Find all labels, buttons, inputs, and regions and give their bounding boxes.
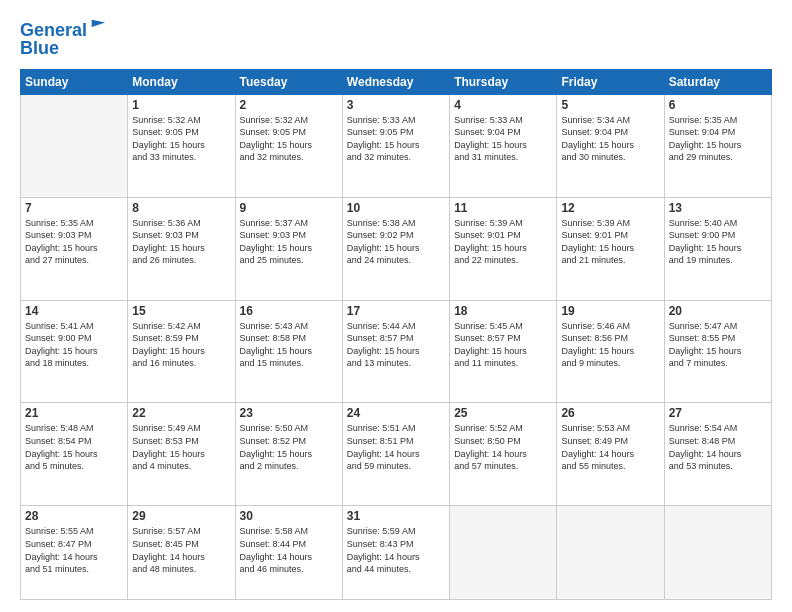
logo-flag-icon	[89, 18, 107, 36]
calendar-cell: 15Sunrise: 5:42 AM Sunset: 8:59 PM Dayli…	[128, 300, 235, 403]
day-info: Sunrise: 5:32 AM Sunset: 9:05 PM Dayligh…	[240, 114, 338, 164]
day-info: Sunrise: 5:35 AM Sunset: 9:04 PM Dayligh…	[669, 114, 767, 164]
calendar-cell: 24Sunrise: 5:51 AM Sunset: 8:51 PM Dayli…	[342, 403, 449, 506]
weekday-header-tuesday: Tuesday	[235, 69, 342, 94]
weekday-header-friday: Friday	[557, 69, 664, 94]
calendar-cell: 4Sunrise: 5:33 AM Sunset: 9:04 PM Daylig…	[450, 94, 557, 197]
day-info: Sunrise: 5:33 AM Sunset: 9:04 PM Dayligh…	[454, 114, 552, 164]
day-number: 30	[240, 509, 338, 523]
calendar-cell: 6Sunrise: 5:35 AM Sunset: 9:04 PM Daylig…	[664, 94, 771, 197]
day-number: 13	[669, 201, 767, 215]
day-number: 18	[454, 304, 552, 318]
day-info: Sunrise: 5:50 AM Sunset: 8:52 PM Dayligh…	[240, 422, 338, 472]
day-number: 24	[347, 406, 445, 420]
day-number: 1	[132, 98, 230, 112]
day-info: Sunrise: 5:43 AM Sunset: 8:58 PM Dayligh…	[240, 320, 338, 370]
weekday-header-monday: Monday	[128, 69, 235, 94]
day-info: Sunrise: 5:38 AM Sunset: 9:02 PM Dayligh…	[347, 217, 445, 267]
calendar-cell: 23Sunrise: 5:50 AM Sunset: 8:52 PM Dayli…	[235, 403, 342, 506]
page: General Blue SundayMondayTuesdayWednesda…	[0, 0, 792, 612]
calendar-cell: 5Sunrise: 5:34 AM Sunset: 9:04 PM Daylig…	[557, 94, 664, 197]
calendar-cell: 11Sunrise: 5:39 AM Sunset: 9:01 PM Dayli…	[450, 197, 557, 300]
day-info: Sunrise: 5:42 AM Sunset: 8:59 PM Dayligh…	[132, 320, 230, 370]
day-number: 19	[561, 304, 659, 318]
calendar-cell: 10Sunrise: 5:38 AM Sunset: 9:02 PM Dayli…	[342, 197, 449, 300]
calendar-cell: 22Sunrise: 5:49 AM Sunset: 8:53 PM Dayli…	[128, 403, 235, 506]
day-number: 11	[454, 201, 552, 215]
day-info: Sunrise: 5:59 AM Sunset: 8:43 PM Dayligh…	[347, 525, 445, 575]
day-number: 8	[132, 201, 230, 215]
calendar-cell: 19Sunrise: 5:46 AM Sunset: 8:56 PM Dayli…	[557, 300, 664, 403]
weekday-header-sunday: Sunday	[21, 69, 128, 94]
calendar-cell	[21, 94, 128, 197]
day-number: 3	[347, 98, 445, 112]
day-number: 20	[669, 304, 767, 318]
calendar-cell: 17Sunrise: 5:44 AM Sunset: 8:57 PM Dayli…	[342, 300, 449, 403]
calendar-cell: 30Sunrise: 5:58 AM Sunset: 8:44 PM Dayli…	[235, 506, 342, 600]
day-number: 15	[132, 304, 230, 318]
day-info: Sunrise: 5:45 AM Sunset: 8:57 PM Dayligh…	[454, 320, 552, 370]
calendar-cell: 21Sunrise: 5:48 AM Sunset: 8:54 PM Dayli…	[21, 403, 128, 506]
calendar-cell	[557, 506, 664, 600]
week-row-3: 14Sunrise: 5:41 AM Sunset: 9:00 PM Dayli…	[21, 300, 772, 403]
calendar-cell: 8Sunrise: 5:36 AM Sunset: 9:03 PM Daylig…	[128, 197, 235, 300]
day-info: Sunrise: 5:46 AM Sunset: 8:56 PM Dayligh…	[561, 320, 659, 370]
calendar-cell	[664, 506, 771, 600]
day-info: Sunrise: 5:33 AM Sunset: 9:05 PM Dayligh…	[347, 114, 445, 164]
calendar-cell: 12Sunrise: 5:39 AM Sunset: 9:01 PM Dayli…	[557, 197, 664, 300]
day-info: Sunrise: 5:39 AM Sunset: 9:01 PM Dayligh…	[561, 217, 659, 267]
day-number: 10	[347, 201, 445, 215]
day-number: 16	[240, 304, 338, 318]
calendar-cell: 16Sunrise: 5:43 AM Sunset: 8:58 PM Dayli…	[235, 300, 342, 403]
day-info: Sunrise: 5:48 AM Sunset: 8:54 PM Dayligh…	[25, 422, 123, 472]
day-number: 12	[561, 201, 659, 215]
week-row-1: 1Sunrise: 5:32 AM Sunset: 9:05 PM Daylig…	[21, 94, 772, 197]
day-info: Sunrise: 5:54 AM Sunset: 8:48 PM Dayligh…	[669, 422, 767, 472]
week-row-4: 21Sunrise: 5:48 AM Sunset: 8:54 PM Dayli…	[21, 403, 772, 506]
weekday-header-row: SundayMondayTuesdayWednesdayThursdayFrid…	[21, 69, 772, 94]
day-info: Sunrise: 5:53 AM Sunset: 8:49 PM Dayligh…	[561, 422, 659, 472]
calendar-cell: 14Sunrise: 5:41 AM Sunset: 9:00 PM Dayli…	[21, 300, 128, 403]
day-info: Sunrise: 5:40 AM Sunset: 9:00 PM Dayligh…	[669, 217, 767, 267]
logo-area: General Blue	[20, 18, 107, 59]
day-number: 7	[25, 201, 123, 215]
day-info: Sunrise: 5:58 AM Sunset: 8:44 PM Dayligh…	[240, 525, 338, 575]
day-info: Sunrise: 5:37 AM Sunset: 9:03 PM Dayligh…	[240, 217, 338, 267]
day-info: Sunrise: 5:51 AM Sunset: 8:51 PM Dayligh…	[347, 422, 445, 472]
day-info: Sunrise: 5:39 AM Sunset: 9:01 PM Dayligh…	[454, 217, 552, 267]
day-number: 2	[240, 98, 338, 112]
calendar-cell: 9Sunrise: 5:37 AM Sunset: 9:03 PM Daylig…	[235, 197, 342, 300]
calendar-cell: 1Sunrise: 5:32 AM Sunset: 9:05 PM Daylig…	[128, 94, 235, 197]
calendar-cell: 20Sunrise: 5:47 AM Sunset: 8:55 PM Dayli…	[664, 300, 771, 403]
day-info: Sunrise: 5:49 AM Sunset: 8:53 PM Dayligh…	[132, 422, 230, 472]
calendar-table: SundayMondayTuesdayWednesdayThursdayFrid…	[20, 69, 772, 600]
day-number: 27	[669, 406, 767, 420]
day-number: 28	[25, 509, 123, 523]
day-number: 14	[25, 304, 123, 318]
calendar-cell: 2Sunrise: 5:32 AM Sunset: 9:05 PM Daylig…	[235, 94, 342, 197]
day-number: 29	[132, 509, 230, 523]
calendar-cell: 7Sunrise: 5:35 AM Sunset: 9:03 PM Daylig…	[21, 197, 128, 300]
day-number: 21	[25, 406, 123, 420]
day-info: Sunrise: 5:55 AM Sunset: 8:47 PM Dayligh…	[25, 525, 123, 575]
weekday-header-thursday: Thursday	[450, 69, 557, 94]
day-number: 23	[240, 406, 338, 420]
day-info: Sunrise: 5:36 AM Sunset: 9:03 PM Dayligh…	[132, 217, 230, 267]
calendar-cell: 31Sunrise: 5:59 AM Sunset: 8:43 PM Dayli…	[342, 506, 449, 600]
day-number: 6	[669, 98, 767, 112]
calendar-cell: 26Sunrise: 5:53 AM Sunset: 8:49 PM Dayli…	[557, 403, 664, 506]
day-info: Sunrise: 5:52 AM Sunset: 8:50 PM Dayligh…	[454, 422, 552, 472]
day-info: Sunrise: 5:57 AM Sunset: 8:45 PM Dayligh…	[132, 525, 230, 575]
day-number: 26	[561, 406, 659, 420]
day-info: Sunrise: 5:41 AM Sunset: 9:00 PM Dayligh…	[25, 320, 123, 370]
day-number: 4	[454, 98, 552, 112]
calendar-cell	[450, 506, 557, 600]
day-number: 5	[561, 98, 659, 112]
calendar-cell: 13Sunrise: 5:40 AM Sunset: 9:00 PM Dayli…	[664, 197, 771, 300]
calendar-cell: 3Sunrise: 5:33 AM Sunset: 9:05 PM Daylig…	[342, 94, 449, 197]
day-info: Sunrise: 5:35 AM Sunset: 9:03 PM Dayligh…	[25, 217, 123, 267]
day-info: Sunrise: 5:34 AM Sunset: 9:04 PM Dayligh…	[561, 114, 659, 164]
weekday-header-saturday: Saturday	[664, 69, 771, 94]
calendar-cell: 18Sunrise: 5:45 AM Sunset: 8:57 PM Dayli…	[450, 300, 557, 403]
calendar-cell: 27Sunrise: 5:54 AM Sunset: 8:48 PM Dayli…	[664, 403, 771, 506]
